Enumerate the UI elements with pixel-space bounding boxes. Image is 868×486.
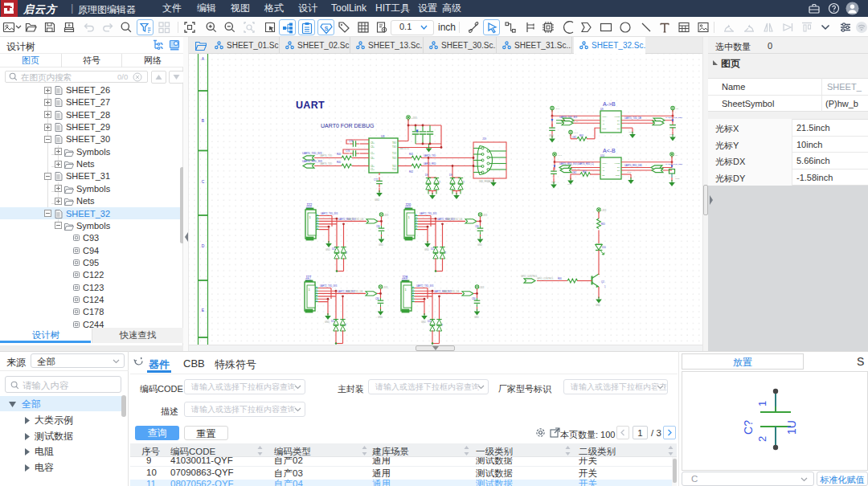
svg-text:2: 2 — [756, 436, 768, 442]
svg-text:UART0_RXD_DB1: UART0_RXD_DB1 — [665, 163, 683, 165]
svg-text:+5V: +5V — [674, 154, 678, 157]
svg-text:OE2: OE2 — [572, 171, 577, 174]
svg-text:VCCA: VCCA — [602, 162, 608, 165]
svg-text:C?: C? — [742, 420, 755, 435]
svg-text:T6O: T6O — [392, 165, 396, 168]
svg-text:GPIO_CONTROL: GPIO_CONTROL — [521, 275, 538, 278]
svg-text:J20: J20 — [405, 203, 411, 207]
svg-text:C1+: C1+ — [371, 152, 375, 155]
svg-text:UART0_TXD: UART0_TXD — [424, 154, 436, 157]
svg-text:UART0_TXD_DB: UART0_TXD_DB — [624, 116, 641, 120]
svg-text:R42: R42 — [409, 170, 414, 174]
svg-text:UART0_RXD_DB1: UART0_RXD_DB1 — [624, 164, 642, 167]
svg-text:U8: U8 — [381, 135, 385, 138]
svg-text:J19: J19 — [482, 137, 486, 141]
svg-text:GND: GND — [596, 304, 600, 307]
svg-text:+5V: +5V — [675, 108, 679, 110]
svg-text:T8O: T8O — [392, 141, 396, 145]
svg-text:T1O: T1O — [392, 152, 396, 155]
svg-text:R44: R44 — [583, 170, 587, 174]
svg-text:+3V3: +3V3 — [573, 132, 579, 134]
svg-text:R41: R41 — [409, 153, 414, 156]
svg-text:D: D — [202, 243, 205, 248]
svg-text:J28: J28 — [402, 276, 408, 280]
svg-text:C3+: C3+ — [371, 145, 375, 149]
svg-text:+3V3: +3V3 — [555, 108, 560, 110]
svg-text:GND: GND — [602, 128, 607, 130]
svg-text:D9: D9 — [449, 174, 452, 177]
svg-text:J22: J22 — [306, 203, 313, 207]
svg-text:GND: GND — [675, 178, 680, 180]
svg-text:T: T — [439, 181, 440, 184]
svg-text:C6+: C6+ — [371, 165, 375, 168]
svg-text:UART0_TXD: UART0_TXD — [320, 162, 332, 165]
svg-text:VCCB: VCCB — [614, 162, 620, 165]
svg-text:A->B: A->B — [603, 101, 616, 107]
svg-text:GND: GND — [375, 198, 379, 202]
svg-text:R40: R40 — [337, 161, 342, 164]
svg-text:A<-B: A<-B — [603, 148, 616, 153]
svg-text:S: S — [325, 26, 329, 31]
svg-text:+3V3: +3V3 — [411, 116, 417, 120]
svg-text:UART0_RXD: UART0_RXD — [424, 162, 436, 165]
svg-text:UART: UART — [296, 100, 325, 111]
svg-text:R45: R45 — [601, 223, 605, 226]
svg-text:GND: GND — [669, 133, 674, 136]
svg-text:GND: GND — [549, 134, 554, 137]
svg-text:R40: R40 — [337, 153, 342, 156]
svg-text:C73: C73 — [349, 140, 354, 143]
svg-text:C6+: C6+ — [371, 157, 375, 160]
svg-text:+3V3: +3V3 — [601, 209, 607, 212]
svg-text:1U: 1U — [785, 420, 798, 435]
svg-text:R43: R43 — [579, 134, 583, 137]
svg-text:GND: GND — [627, 171, 632, 174]
svg-text:UART0_TXD_DB1: UART0_TXD_DB1 — [665, 116, 682, 119]
svg-text:VCCB: VCCB — [614, 116, 620, 118]
svg-text:Q2: Q2 — [601, 280, 604, 284]
svg-text:T1O: T1O — [392, 168, 396, 171]
svg-text:+3V3: +3V3 — [557, 154, 563, 157]
svg-text:T: T — [463, 181, 465, 184]
svg-text:1: 1 — [756, 401, 768, 406]
svg-text:J27: J27 — [305, 276, 312, 280]
svg-text:GND: GND — [616, 174, 620, 177]
svg-text:D9: D9 — [425, 174, 428, 177]
svg-text:D10: D10 — [602, 246, 606, 249]
svg-text:OE: OE — [617, 128, 620, 130]
svg-text:C: C — [202, 179, 205, 184]
svg-text:C77: C77 — [374, 178, 379, 182]
svg-text:T6O: T6O — [392, 157, 396, 160]
svg-text:R46: R46 — [558, 277, 562, 280]
svg-text:C1+: C1+ — [371, 168, 375, 171]
svg-text:VCCA: VCCA — [602, 116, 608, 118]
svg-text:C8+: C8+ — [371, 141, 375, 145]
svg-text:UART0_TXD: UART0_TXD — [320, 154, 332, 157]
svg-text:GPIO_CONTROL: GPIO_CONTROL — [537, 277, 554, 280]
svg-text:OE1: OE1 — [572, 136, 577, 139]
svg-text:GND: GND — [567, 183, 572, 186]
svg-text:OE: OE — [602, 174, 605, 177]
svg-text:C74: C74 — [346, 149, 350, 153]
svg-text:T3O: T3O — [392, 145, 396, 149]
svg-text:UART0 FOR DEBUG: UART0 FOR DEBUG — [321, 123, 374, 129]
